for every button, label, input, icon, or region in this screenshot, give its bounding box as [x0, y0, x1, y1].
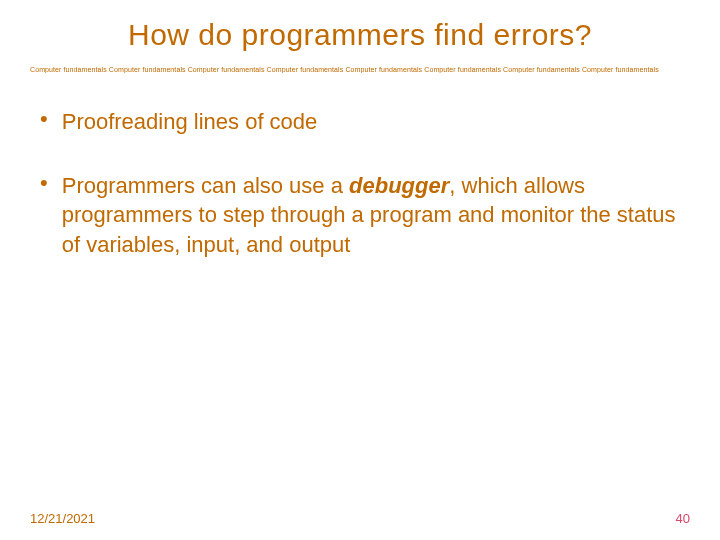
bullet-text: Proofreading lines of code — [62, 107, 318, 137]
bullet-term: debugger — [349, 173, 449, 198]
content-area: • Proofreading lines of code • Programme… — [30, 107, 690, 260]
bullet-text: Programmers can also use a debugger, whi… — [62, 171, 690, 260]
bullet-item: • Proofreading lines of code — [40, 107, 690, 137]
page-title: How do programmers find errors? — [30, 18, 690, 52]
footer-page-number: 40 — [676, 511, 690, 526]
bullet-dot-icon: • — [40, 107, 48, 131]
bullet-dot-icon: • — [40, 171, 48, 195]
divider-text: Computer fundamentals Computer fundament… — [30, 66, 690, 73]
footer-date: 12/21/2021 — [30, 511, 95, 526]
bullet-text-pre: Programmers can also use a — [62, 173, 349, 198]
footer: 12/21/2021 40 — [30, 511, 690, 526]
bullet-item: • Programmers can also use a debugger, w… — [40, 171, 690, 260]
slide: How do programmers find errors? Computer… — [0, 0, 720, 540]
